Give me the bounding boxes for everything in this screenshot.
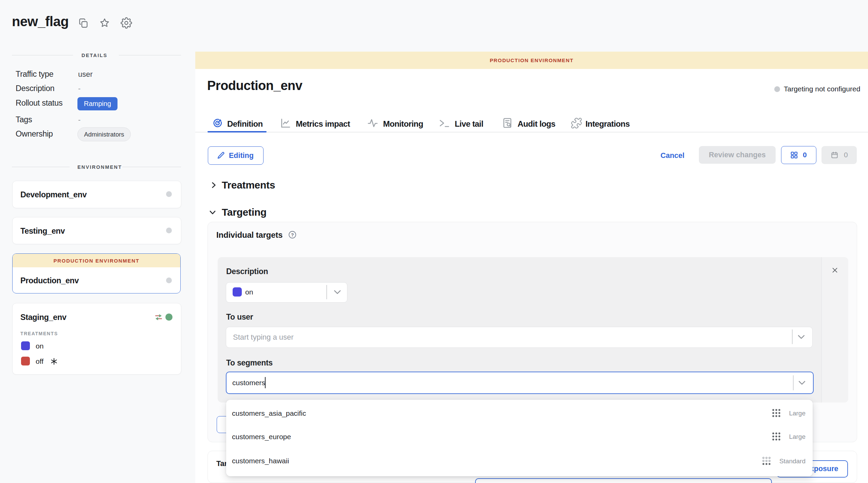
svg-text:?: ? (291, 232, 294, 237)
